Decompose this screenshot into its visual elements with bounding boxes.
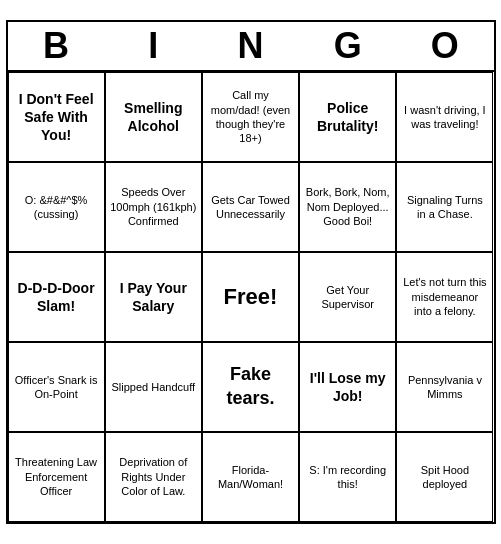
bingo-header: B I N G O bbox=[8, 22, 494, 72]
bingo-cell: D-D-D-Door Slam! bbox=[8, 252, 105, 342]
bingo-cell: Slipped Handcuff bbox=[105, 342, 202, 432]
bingo-cell: Let's not turn this misdemeanor into a f… bbox=[396, 252, 493, 342]
letter-i: I bbox=[105, 26, 202, 66]
bingo-cell: Pennsylvania v Mimms bbox=[396, 342, 493, 432]
bingo-cell: I Don't Feel Safe With You! bbox=[8, 72, 105, 162]
bingo-cell: Call my mom/dad! (even though they're 18… bbox=[202, 72, 299, 162]
letter-o: O bbox=[396, 26, 493, 66]
bingo-cell: Bork, Bork, Nom, Nom Deployed... Good Bo… bbox=[299, 162, 396, 252]
bingo-cell: I'll Lose my Job! bbox=[299, 342, 396, 432]
bingo-cell: Fake tears. bbox=[202, 342, 299, 432]
bingo-grid: I Don't Feel Safe With You!Smelling Alco… bbox=[8, 72, 494, 522]
bingo-cell: Gets Car Towed Unnecessarily bbox=[202, 162, 299, 252]
letter-b: B bbox=[8, 26, 105, 66]
bingo-cell: Spit Hood deployed bbox=[396, 432, 493, 522]
bingo-cell: Threatening Law Enforcement Officer bbox=[8, 432, 105, 522]
bingo-cell: O: &#&#^$% (cussing) bbox=[8, 162, 105, 252]
letter-n: N bbox=[202, 26, 299, 66]
bingo-cell: Florida-Man/Woman! bbox=[202, 432, 299, 522]
bingo-cell: Deprivation of Rights Under Color of Law… bbox=[105, 432, 202, 522]
bingo-cell: Officer's Snark is On-Point bbox=[8, 342, 105, 432]
bingo-card: B I N G O I Don't Feel Safe With You!Sme… bbox=[6, 20, 496, 524]
bingo-cell: Smelling Alcohol bbox=[105, 72, 202, 162]
bingo-cell: Get Your Supervisor bbox=[299, 252, 396, 342]
bingo-cell: I wasn't driving, I was traveling! bbox=[396, 72, 493, 162]
bingo-cell: I Pay Your Salary bbox=[105, 252, 202, 342]
letter-g: G bbox=[299, 26, 396, 66]
bingo-cell: Police Brutality! bbox=[299, 72, 396, 162]
bingo-cell: Signaling Turns in a Chase. bbox=[396, 162, 493, 252]
bingo-cell: Free! bbox=[202, 252, 299, 342]
bingo-cell: S: I'm recording this! bbox=[299, 432, 396, 522]
bingo-cell: Speeds Over 100mph (161kph) Confirmed bbox=[105, 162, 202, 252]
